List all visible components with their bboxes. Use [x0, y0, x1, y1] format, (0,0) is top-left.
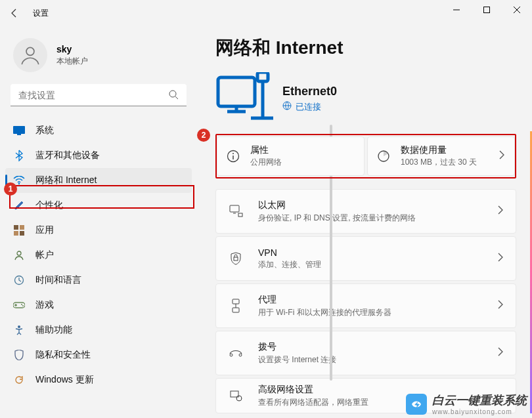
chevron-right-icon: [497, 347, 504, 359]
item-title: 高级网络设置: [258, 384, 368, 396]
proxy-icon: [228, 299, 244, 313]
watermark-url: www.baiyunxitong.com: [432, 408, 527, 415]
maximize-button[interactable]: [472, 0, 502, 20]
card-sub: 1003 MB，过去 30 天: [401, 157, 477, 168]
watermark: 白云一键重装系统 www.baiyunxitong.com: [406, 392, 527, 415]
chevron-right-icon: [497, 205, 504, 217]
item-sub: 设置拨号 Internet 连接: [258, 354, 336, 366]
sidebar-item-label: 帐户: [35, 249, 54, 261]
svg-point-16: [22, 305, 24, 306]
data-usage-card[interactable]: 数据使用量 1003 MB，过去 30 天: [367, 136, 515, 176]
ethernet-item[interactable]: 以太网 身份验证, IP 和 DNS 设置, 按流量计费的网络: [215, 189, 516, 234]
search-box[interactable]: [11, 84, 187, 106]
sidebar-item-label: 系统: [35, 125, 54, 136]
bluetooth-icon: [13, 150, 25, 161]
item-title: VPN: [258, 247, 321, 258]
item-title: 拨号: [258, 341, 336, 353]
network-status: Ethernet0 已连接: [215, 72, 516, 125]
back-button[interactable]: [5, 4, 24, 22]
sidebar-item-label: 蓝牙和其他设备: [35, 150, 100, 161]
minimize-button[interactable]: [441, 0, 472, 20]
sidebar-item-accessibility[interactable]: 辅助功能: [5, 318, 192, 343]
usage-icon: [377, 150, 391, 163]
sidebar-item-gaming[interactable]: 游戏: [5, 293, 192, 318]
user-name: sky: [56, 44, 88, 54]
dialup-icon: [228, 348, 244, 358]
shield-lock-icon: [228, 252, 244, 265]
item-title: 代理: [258, 294, 391, 306]
avatar: [13, 38, 47, 72]
connection-name: Ethernet0: [282, 85, 337, 98]
proxy-item[interactable]: 代理 用于 Wi-Fi 和以太网连接的代理服务器: [215, 283, 516, 328]
item-sub: 添加、连接、管理: [258, 259, 321, 270]
sidebar-item-label: 个性化: [35, 199, 63, 211]
item-sub: 身份验证, IP 和 DNS 设置, 按流量计费的网络: [258, 213, 416, 224]
item-sub: 用于 Wi-Fi 和以太网连接的代理服务器: [258, 307, 391, 318]
sidebar-item-label: 网络和 Internet: [35, 175, 97, 186]
svg-rect-28: [230, 205, 239, 212]
vpn-item[interactable]: VPN 添加、连接、管理: [215, 236, 516, 281]
search-input[interactable]: [11, 84, 187, 106]
user-block[interactable]: sky 本地帐户: [0, 33, 197, 84]
system-icon: [13, 125, 25, 136]
svg-point-3: [169, 91, 176, 97]
svg-rect-18: [218, 77, 255, 106]
ethernet-icon: [228, 205, 244, 218]
shield-icon: [13, 349, 25, 361]
search-icon: [168, 89, 179, 102]
svg-rect-32: [233, 299, 239, 304]
properties-card[interactable]: 属性 公用网络: [217, 136, 365, 176]
clock-icon: [13, 274, 25, 286]
sidebar-item-apps[interactable]: 应用: [5, 218, 192, 243]
sidebar-item-privacy[interactable]: 隐私和安全性: [5, 343, 192, 367]
info-icon: [227, 150, 241, 163]
chevron-right-icon: [497, 300, 504, 312]
connection-status: 已连接: [296, 101, 321, 113]
dialup-item[interactable]: 拨号 设置拨号 Internet 连接: [215, 331, 516, 375]
sidebar-item-personalization[interactable]: 个性化: [5, 193, 192, 218]
watermark-logo: [406, 394, 427, 415]
window-title: 设置: [33, 8, 49, 19]
svg-rect-1: [484, 7, 490, 13]
svg-point-12: [17, 251, 21, 255]
sidebar-item-system[interactable]: 系统: [5, 118, 192, 143]
nav: 系统 蓝牙和其他设备 网络和 Internet 个性化 应用 帐户: [0, 118, 197, 392]
card-title: 数据使用量: [401, 144, 477, 156]
gaming-icon: [13, 299, 25, 311]
annotation-badge-1: 1: [4, 182, 17, 196]
svg-rect-11: [20, 231, 24, 236]
svg-point-25: [233, 153, 234, 154]
sidebar-item-label: 辅助功能: [35, 324, 72, 336]
svg-rect-8: [14, 225, 18, 230]
accessibility-icon: [13, 324, 25, 336]
svg-point-15: [21, 304, 22, 305]
sidebar: sky 本地帐户 系统 蓝牙和其他设备 网络和 Internet: [0, 26, 197, 418]
svg-line-4: [175, 96, 178, 99]
svg-point-17: [18, 325, 20, 328]
watermark-title: 白云一键重装系统: [432, 392, 527, 408]
svg-rect-9: [20, 225, 24, 230]
brush-icon: [13, 199, 25, 211]
sidebar-item-bluetooth[interactable]: 蓝牙和其他设备: [5, 143, 192, 168]
svg-rect-10: [14, 231, 18, 236]
sidebar-item-network[interactable]: 网络和 Internet: [5, 168, 192, 193]
sidebar-item-time[interactable]: 时间和语言: [5, 268, 192, 293]
sidebar-item-update[interactable]: Windows 更新: [5, 367, 192, 392]
card-sub: 公用网络: [250, 157, 282, 168]
svg-point-36: [239, 354, 242, 356]
sidebar-item-label: 游戏: [35, 299, 54, 311]
update-icon: [13, 374, 25, 386]
settings-network-icon: [228, 390, 244, 402]
item-sub: 查看所有网络适配器，网络重置: [258, 397, 368, 408]
svg-point-35: [230, 354, 233, 356]
card-title: 属性: [250, 144, 282, 156]
sidebar-item-label: 应用: [35, 224, 54, 236]
page-title: 网络和 Internet: [215, 35, 516, 60]
sidebar-item-label: Windows 更新: [35, 374, 94, 386]
computer-ethernet-icon: [215, 72, 273, 125]
annotation-badge-2: 2: [197, 129, 210, 142]
sidebar-item-accounts[interactable]: 帐户: [5, 243, 192, 268]
close-button[interactable]: [502, 0, 532, 20]
user-sub: 本地帐户: [56, 56, 88, 67]
svg-point-38: [236, 396, 242, 401]
